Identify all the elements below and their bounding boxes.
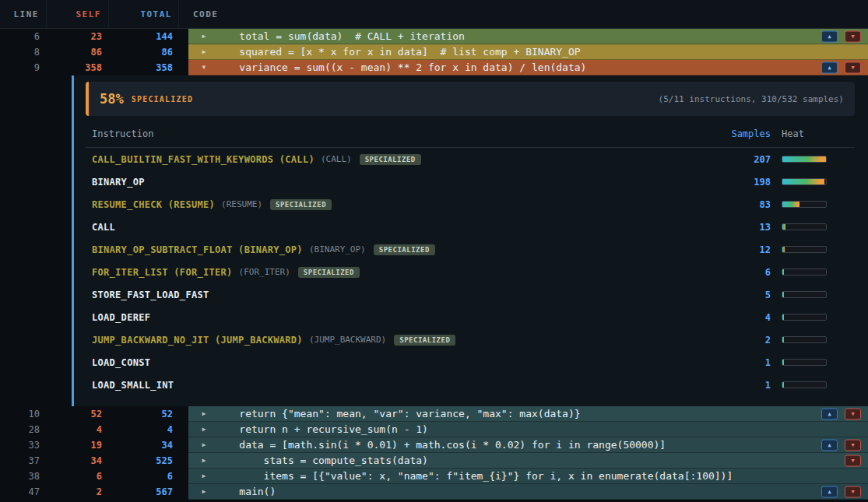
code-text: stats = compute_stats(data) (215, 453, 428, 468)
self-samples: 6 (47, 469, 109, 484)
line-detail-content: 58% SPECIALIZED (5/11 instructions, 310/… (74, 75, 868, 406)
total-samples: 34 (109, 437, 179, 453)
specialized-badge: SPECIALIZED (270, 199, 332, 210)
self-samples: 86 (47, 44, 109, 60)
instruction-base-opcode: (RESUME) (221, 199, 262, 209)
heat-bar-fill (782, 224, 785, 230)
instruction-table-header: Instruction Samples Heat (86, 128, 855, 148)
expand-toggle-icon[interactable]: ▶ (193, 488, 215, 495)
navigate-down-button[interactable]: ▼ (845, 455, 861, 466)
self-samples: 52 (47, 406, 109, 422)
self-samples: 19 (47, 437, 109, 453)
instruction-name: BINARY_OP_SUBTRACT_FLOAT (BINARY_OP) (92, 244, 303, 255)
instruction-sample-count: 1 (701, 357, 771, 368)
specialization-meta: (5/11 instructions, 310/532 samples) (659, 94, 844, 104)
specialized-badge: SPECIALIZED (360, 154, 421, 165)
code-cell[interactable]: ▶ data = [math.sin(i * 0.01) + math.cos(… (188, 437, 868, 453)
row-buttons: ▲ ▼ (821, 30, 861, 42)
heat-bar (782, 314, 827, 321)
specialization-summary-card: 58% SPECIALIZED (5/11 instructions, 310/… (86, 82, 855, 116)
code-line-row: 47 2 567 ▶ main() ▲ ▼ (0, 484, 868, 500)
heat-bar-fill (782, 156, 826, 162)
code-line-row: 38 6 6 ▶ items = [{"value": x, "name": f… (0, 469, 868, 484)
heat-column (782, 336, 849, 343)
code-line-row: 28 4 4 ▶ return n + recursive_sum(n - 1) (0, 422, 868, 437)
line-number: 33 (0, 437, 47, 453)
instruction-name: CALL (92, 222, 115, 233)
instruction-row: BINARY_OP 198 (86, 170, 855, 193)
heat-bar-fill (782, 269, 784, 275)
specialized-percent: 58% (100, 91, 124, 107)
heat-bar (782, 178, 827, 185)
instruction-name: LOAD_DEREF (92, 312, 150, 323)
navigate-down-button[interactable]: ▼ (845, 486, 861, 497)
instruction-name: JUMP_BACKWARD_NO_JIT (JUMP_BACKWARD) (92, 335, 303, 346)
instruction-sample-count: 83 (701, 199, 771, 210)
expand-toggle-icon[interactable]: ▶ (193, 48, 215, 55)
code-line-row: 9 358 358 ▼ variance = sum((x - mean) **… (0, 60, 868, 75)
instruction-row: RESUME_CHECK (RESUME) (RESUME) SPECIALIZ… (86, 193, 855, 216)
instruction-name: BINARY_OP (92, 177, 145, 188)
code-cell[interactable]: ▶ stats = compute_stats(data) ▼ (188, 453, 868, 469)
instruction-sample-count: 4 (701, 312, 771, 323)
heat-bar-fill (782, 360, 784, 365)
samples-column-header: Samples (701, 128, 771, 139)
instruction-row: STORE_FAST_LOAD_FAST 5 (86, 283, 855, 306)
expand-toggle-icon[interactable]: ▼ (193, 64, 215, 71)
heat-bar (782, 381, 827, 388)
total-samples: 6 (109, 469, 179, 484)
heat-bar (782, 269, 827, 276)
navigate-down-button[interactable]: ▼ (845, 30, 861, 42)
navigate-up-button[interactable]: ▲ (821, 408, 838, 420)
column-header-row: LINE SELF TOTAL CODE (0, 0, 868, 29)
navigate-down-button[interactable]: ▼ (845, 408, 861, 420)
instruction-name-group: BINARY_OP_SUBTRACT_FLOAT (BINARY_OP) (BI… (92, 244, 701, 255)
specialized-badge: SPECIALIZED (394, 335, 455, 346)
heat-column (782, 269, 849, 276)
code-cell[interactable]: ▶ total = sum(data) # CALL + iteration ▲… (188, 29, 868, 44)
line-number: 10 (0, 406, 47, 422)
expand-toggle-icon[interactable]: ▶ (193, 410, 215, 417)
code-text: total = sum(data) # CALL + iteration (215, 29, 465, 44)
instruction-name: LOAD_SMALL_INT (92, 380, 174, 391)
total-samples: 52 (109, 406, 179, 422)
code-cell[interactable]: ▶ return {"mean": mean, "var": variance,… (188, 406, 868, 422)
heat-bar (782, 336, 827, 343)
instruction-table-body: CALL_BUILTIN_FAST_WITH_KEYWORDS (CALL) (… (86, 148, 855, 396)
expand-toggle-icon[interactable]: ▶ (193, 457, 215, 464)
navigate-up-button[interactable]: ▲ (821, 61, 838, 73)
heat-bar-fill (782, 337, 784, 342)
instruction-row: BINARY_OP_SUBTRACT_FLOAT (BINARY_OP) (BI… (86, 238, 855, 261)
instruction-column-header: Instruction (92, 128, 701, 139)
instruction-row: CALL 13 (86, 216, 855, 238)
instruction-row: LOAD_SMALL_INT 1 (86, 374, 855, 396)
code-text: return {"mean": mean, "var": variance, "… (215, 406, 581, 421)
heat-bar (782, 156, 827, 163)
code-rows-above: 6 23 144 ▶ total = sum(data) # CALL + it… (0, 29, 868, 75)
code-cell[interactable]: ▶ items = [{"value": x, "name": f"item_{… (188, 469, 868, 484)
expand-toggle-icon[interactable]: ▶ (193, 33, 215, 40)
code-line-row: 8 86 86 ▶ squared = [x * x for x in data… (0, 44, 868, 60)
navigate-down-button[interactable]: ▼ (845, 61, 861, 73)
code-text: main() (215, 484, 276, 499)
instruction-sample-count: 2 (701, 335, 771, 346)
navigate-up-button[interactable]: ▲ (821, 439, 838, 451)
expand-toggle-icon[interactable]: ▶ (193, 426, 215, 433)
navigate-down-button[interactable]: ▼ (845, 439, 861, 451)
code-text: items = [{"value": x, "name": f"item_{i}… (215, 469, 733, 483)
line-number: 9 (0, 60, 47, 75)
code-cell[interactable]: ▶ main() ▲ ▼ (188, 484, 868, 500)
code-cell[interactable]: ▼ variance = sum((x - mean) ** 2 for x i… (188, 60, 868, 75)
heat-bar-fill (782, 292, 784, 297)
expand-toggle-icon[interactable]: ▶ (193, 472, 215, 479)
code-cell[interactable]: ▶ squared = [x * x for x in data] # list… (188, 44, 868, 60)
row-buttons: ▲ ▼ (821, 408, 861, 420)
navigate-up-button[interactable]: ▲ (821, 486, 838, 497)
column-header-total: TOTAL (109, 0, 179, 28)
code-cell[interactable]: ▶ return n + recursive_sum(n - 1) (188, 422, 868, 437)
navigate-up-button[interactable]: ▲ (821, 30, 838, 42)
expand-toggle-icon[interactable]: ▶ (193, 441, 215, 448)
heat-bar (782, 246, 827, 253)
heat-bar (782, 223, 827, 230)
heat-column (782, 381, 849, 388)
